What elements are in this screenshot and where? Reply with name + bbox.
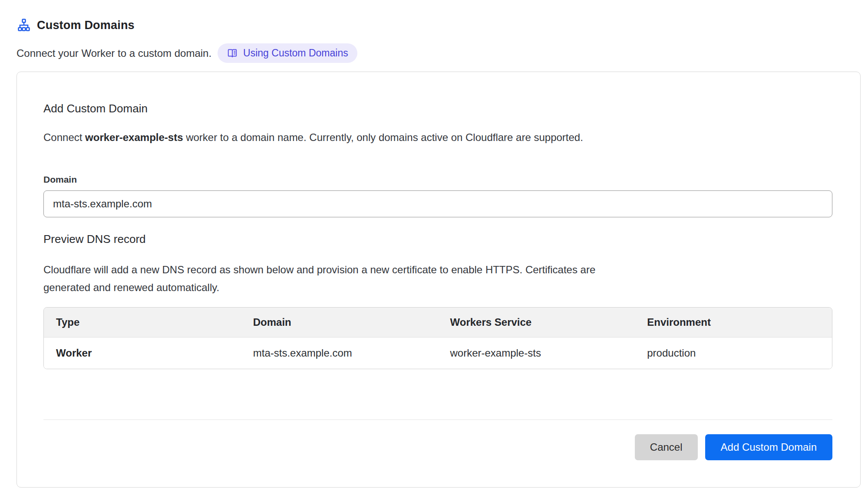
preview-dns-title: Preview DNS record	[43, 232, 832, 246]
sitemap-icon	[17, 19, 30, 32]
domain-input[interactable]	[43, 190, 832, 217]
table-row: Worker mta-sts.example.com worker-exampl…	[44, 337, 832, 369]
page-title: Custom Domains	[37, 19, 135, 32]
card-description: Connect worker-example-sts worker to a d…	[43, 131, 832, 144]
dns-preview-table: Type Domain Workers Service Environment …	[43, 307, 832, 369]
column-header-environment: Environment	[635, 308, 832, 337]
add-custom-domain-button[interactable]: Add Custom Domain	[705, 434, 832, 460]
preview-dns-description-line2: generated and renewed automatically.	[43, 278, 832, 296]
actions-row: Cancel Add Custom Domain	[43, 434, 832, 460]
table-header-row: Type Domain Workers Service Environment	[44, 308, 832, 337]
book-icon	[227, 48, 238, 59]
domain-field-label: Domain	[43, 174, 832, 185]
column-header-workers-service: Workers Service	[438, 308, 635, 337]
docs-link-using-custom-domains[interactable]: Using Custom Domains	[218, 43, 357, 63]
cell-type: Worker	[44, 337, 241, 369]
cell-domain: mta-sts.example.com	[241, 337, 438, 369]
page-subtitle-row: Connect your Worker to a custom domain. …	[17, 43, 861, 63]
page-header: Custom Domains	[17, 17, 861, 33]
card-description-suffix: worker to a domain name. Currently, only…	[183, 131, 583, 143]
card-description-prefix: Connect	[43, 131, 85, 143]
cell-environment: production	[635, 337, 832, 369]
page: Custom Domains Connect your Worker to a …	[0, 0, 868, 488]
card-title: Add Custom Domain	[43, 102, 832, 115]
add-custom-domain-card: Add Custom Domain Connect worker-example…	[17, 72, 861, 488]
column-header-domain: Domain	[241, 308, 438, 337]
actions-divider	[43, 419, 832, 420]
preview-dns-description: Cloudflare will add a new DNS record as …	[43, 261, 832, 296]
preview-dns-description-line1: Cloudflare will add a new DNS record as …	[43, 261, 832, 278]
page-subtitle: Connect your Worker to a custom domain.	[17, 47, 211, 59]
worker-name: worker-example-sts	[85, 131, 183, 143]
docs-link-label: Using Custom Domains	[243, 47, 348, 59]
cancel-button[interactable]: Cancel	[635, 434, 698, 460]
cell-workers-service: worker-example-sts	[438, 337, 635, 369]
column-header-type: Type	[44, 308, 241, 337]
